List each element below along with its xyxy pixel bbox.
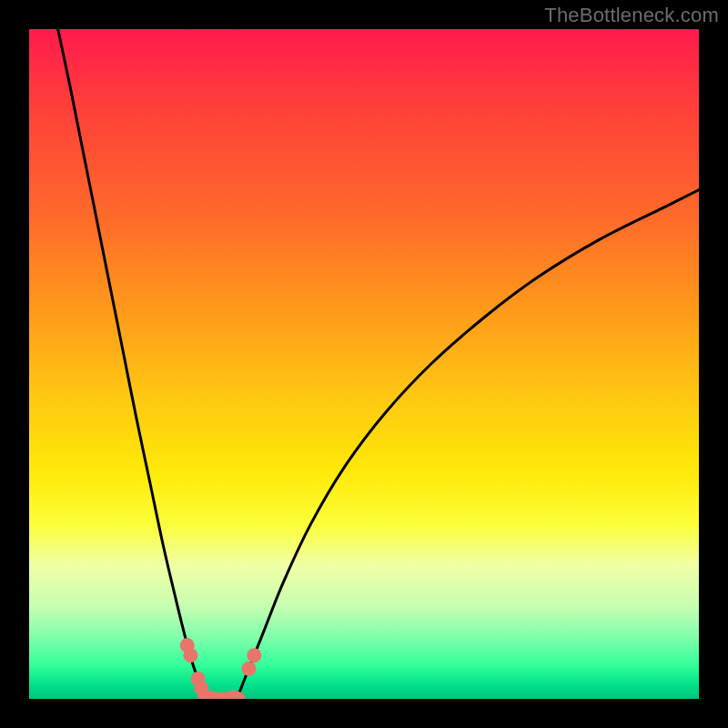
series-left-curve bbox=[58, 29, 206, 699]
marker-left-dot-2 bbox=[183, 648, 197, 662]
watermark-text: TheBottleneck.com bbox=[544, 4, 719, 27]
chart-frame: TheBottleneck.com bbox=[0, 0, 728, 728]
chart-plot-area bbox=[29, 29, 699, 699]
marker-right-dot-2 bbox=[247, 648, 261, 662]
series-right-curve bbox=[237, 190, 699, 699]
chart-svg bbox=[29, 29, 699, 699]
marker-bottom-3 bbox=[221, 691, 245, 699]
marker-right-dot-1 bbox=[241, 662, 256, 676]
curve-layer bbox=[58, 29, 699, 699]
marker-layer bbox=[180, 638, 262, 699]
